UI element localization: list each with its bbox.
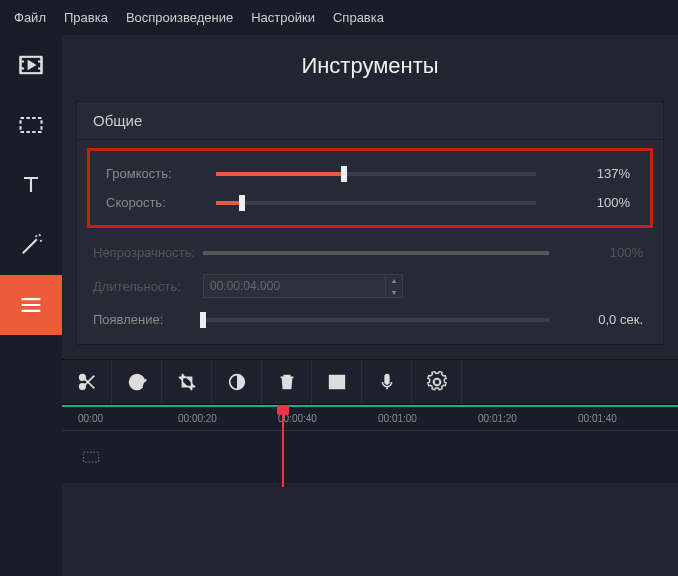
- menu-settings[interactable]: Настройки: [251, 10, 315, 25]
- sidebar-media[interactable]: [0, 35, 62, 95]
- sidebar-text[interactable]: [0, 155, 62, 215]
- menu-icon: [17, 291, 45, 319]
- speed-value: 100%: [554, 195, 644, 210]
- appear-row: Появление: 0,0 сек.: [83, 305, 657, 334]
- volume-row: Громкость: 137%: [96, 159, 644, 188]
- delete-button[interactable]: [262, 360, 312, 404]
- clip-icon: [17, 111, 45, 139]
- text-icon: [17, 171, 45, 199]
- rotate-icon: [126, 371, 148, 393]
- duration-label: Длительность:: [83, 279, 203, 294]
- sidebar-tools[interactable]: [0, 275, 62, 335]
- scissors-icon: [76, 371, 98, 393]
- page-title: Инструменты: [62, 35, 678, 101]
- contrast-icon: [226, 371, 248, 393]
- speed-slider[interactable]: [216, 201, 536, 205]
- menu-help[interactable]: Справка: [333, 10, 384, 25]
- mic-icon: [376, 371, 398, 393]
- appear-value: 0,0 сек.: [567, 312, 657, 327]
- general-panel: Общие Громкость: 137% Скорость:: [76, 101, 664, 345]
- highlight-box: Громкость: 137% Скорость: 100%: [87, 148, 653, 228]
- sidebar-wand[interactable]: [0, 215, 62, 275]
- cut-button[interactable]: [62, 360, 112, 404]
- appear-slider[interactable]: [203, 318, 549, 322]
- menu-file[interactable]: Файл: [14, 10, 46, 25]
- svg-rect-9: [84, 452, 99, 462]
- sidebar-clip[interactable]: [0, 95, 62, 155]
- duration-down: ▼: [386, 286, 402, 298]
- duration-field: ▲ ▼: [203, 274, 403, 298]
- timeline: 00:00 00:00:20 00:00:40 00:01:00 00:01:2…: [62, 405, 678, 483]
- sidebar: [0, 35, 62, 576]
- tick: 00:00:20: [178, 413, 217, 424]
- rotate-button[interactable]: [112, 360, 162, 404]
- settings-button[interactable]: [412, 360, 462, 404]
- toolbar: [62, 359, 678, 405]
- opacity-value: 100%: [567, 245, 657, 260]
- tick: 00:01:00: [378, 413, 417, 424]
- speed-label: Скорость:: [96, 195, 216, 210]
- tick: 00:00: [78, 413, 103, 424]
- gear-icon: [426, 371, 448, 393]
- svg-point-8: [434, 379, 440, 385]
- volume-value: 137%: [554, 166, 644, 181]
- panel-header: Общие: [77, 102, 663, 140]
- video-track[interactable]: [62, 431, 678, 483]
- image-icon: [326, 371, 348, 393]
- opacity-label: Непрозрачность:: [83, 245, 203, 260]
- image-button[interactable]: [312, 360, 362, 404]
- crop-icon: [176, 371, 198, 393]
- opacity-slider: [203, 251, 549, 255]
- svg-rect-7: [385, 375, 389, 384]
- speed-row: Скорость: 100%: [96, 188, 644, 217]
- crop-button[interactable]: [162, 360, 212, 404]
- tick: 00:01:40: [578, 413, 617, 424]
- track-icon: [78, 447, 104, 467]
- wand-icon: [17, 231, 45, 259]
- ruler[interactable]: 00:00 00:00:20 00:00:40 00:01:00 00:01:2…: [62, 405, 678, 431]
- duration-input: [204, 279, 385, 293]
- svg-rect-1: [21, 118, 42, 132]
- menubar: Файл Правка Воспроизведение Настройки Сп…: [0, 0, 678, 35]
- tick: 00:01:20: [478, 413, 517, 424]
- menu-edit[interactable]: Правка: [64, 10, 108, 25]
- menu-play[interactable]: Воспроизведение: [126, 10, 233, 25]
- volume-slider[interactable]: [216, 172, 536, 176]
- opacity-row: Непрозрачность: 100%: [83, 238, 657, 267]
- duration-row: Длительность: ▲ ▼: [83, 267, 657, 305]
- contrast-button[interactable]: [212, 360, 262, 404]
- film-icon: [17, 51, 45, 79]
- appear-label: Появление:: [83, 312, 203, 327]
- duration-up: ▲: [386, 274, 402, 286]
- mic-button[interactable]: [362, 360, 412, 404]
- volume-label: Громкость:: [96, 166, 216, 181]
- trash-icon: [276, 371, 298, 393]
